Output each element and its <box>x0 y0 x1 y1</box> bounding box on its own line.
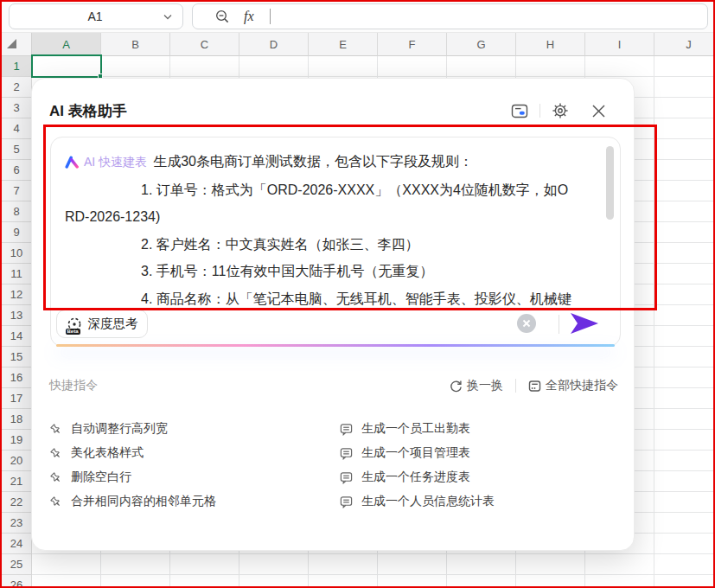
column-header[interactable]: A <box>32 33 101 56</box>
ai-quick-table-tag[interactable]: AI 快速建表 <box>65 155 147 170</box>
chat-bubble-icon <box>340 447 353 460</box>
shortcut-label: 生成一个人员信息统计表 <box>361 494 495 509</box>
shortcut-col-right: 生成一个员工出勤表 生成一个项目管理表 生成一个任务进度表 生成一个人员信息统计… <box>340 417 620 514</box>
prompt-line: 4. 商品名称：从「笔记本电脑、无线耳机、智能手表、投影仪、机械键 <box>65 285 597 313</box>
send-button[interactable] <box>568 310 601 337</box>
shortcut-item-pin[interactable]: 美化表格样式 <box>49 441 329 465</box>
shortcut-label: 生成一个员工出勤表 <box>361 421 470 437</box>
sidebar-toggle-icon[interactable] <box>510 101 529 120</box>
gear-icon[interactable] <box>551 101 570 120</box>
beta-badge: Beta <box>66 329 80 335</box>
selected-cell-a1[interactable] <box>31 54 102 78</box>
ai-assistant-dialog: AI 表格助手 <box>31 78 635 551</box>
row-header[interactable]: 16 <box>2 368 32 388</box>
column-header[interactable]: E <box>309 33 378 56</box>
refresh-icon <box>450 380 463 393</box>
row-header[interactable]: 18 <box>2 409 32 430</box>
row-header[interactable]: 3 <box>2 98 32 118</box>
column-header[interactable]: H <box>516 33 585 56</box>
column-headers: ABCDEFGHIJ <box>32 33 713 56</box>
row-header[interactable]: 10 <box>2 243 32 264</box>
row-header[interactable]: 7 <box>2 181 32 201</box>
pin-icon <box>49 447 62 460</box>
row-header[interactable]: 24 <box>2 534 32 554</box>
row-header[interactable]: 20 <box>2 451 32 471</box>
dialog-title: AI 表格助手 <box>49 101 127 121</box>
column-header[interactable]: I <box>585 33 654 56</box>
row-header[interactable]: 23 <box>2 513 32 534</box>
row-header[interactable]: 26 <box>2 575 32 586</box>
shortcut-label: 生成一个任务进度表 <box>361 470 470 485</box>
deep-think-button[interactable]: Beta 深度思考 <box>56 310 148 338</box>
prompt-scrollbar[interactable] <box>606 146 614 220</box>
row-header[interactable]: 22 <box>2 492 32 513</box>
close-icon[interactable] <box>589 101 608 120</box>
clear-input-button[interactable] <box>517 314 536 333</box>
shortcut-col-left: 自动调整行高列宽 美化表格样式 删除空白行 合并相同内容的相邻单元格 <box>49 417 329 514</box>
row-header[interactable]: 15 <box>2 347 32 368</box>
row-header[interactable]: 25 <box>2 554 32 575</box>
shortcut-item-pin[interactable]: 自动调整行高列宽 <box>49 417 329 441</box>
shortcut-label: 自动调整行高列宽 <box>71 421 168 437</box>
row-header[interactable]: 14 <box>2 326 32 347</box>
row-header[interactable]: 11 <box>2 264 32 284</box>
prompt-line: 2. 客户姓名：中文真实姓名（如张三、李四） <box>65 231 597 259</box>
prompt-text: AI 快速建表 生成30条电商订单测试数据，包含以下字段及规则： 1. 订单号：… <box>65 149 597 312</box>
name-box[interactable]: A1 <box>9 3 183 29</box>
shortcut-item-chat[interactable]: 生成一个人员信息统计表 <box>340 489 620 514</box>
chevron-down-icon[interactable] <box>163 14 172 20</box>
chat-bubble-icon <box>340 423 353 436</box>
formula-input[interactable] <box>271 4 707 29</box>
shortcuts-title: 快捷指令 <box>49 378 98 393</box>
prompt-line: 1. 订单号：格式为「ORD-2026-XXXX」（XXXX为4位随机数字，如O <box>65 176 597 204</box>
row-header[interactable]: 19 <box>2 430 32 451</box>
refresh-shortcuts-button[interactable]: 换一换 <box>450 378 503 393</box>
row-header[interactable]: 13 <box>2 305 32 326</box>
shortcut-item-pin[interactable]: 删除空白行 <box>49 465 329 489</box>
shortcut-item-chat[interactable]: 生成一个员工出勤表 <box>340 417 620 441</box>
row-header[interactable]: 21 <box>2 471 32 492</box>
shortcuts-header: 快捷指令 换一换 全部快捷指令 <box>49 377 618 394</box>
shortcut-item-chat[interactable]: 生成一个项目管理表 <box>340 441 620 465</box>
prompt-intro-line: AI 快速建表 生成30条电商订单测试数据，包含以下字段及规则： <box>65 149 597 176</box>
row-header[interactable]: 17 <box>2 388 32 409</box>
prompt-intro-text: 生成30条电商订单测试数据，包含以下字段及规则： <box>153 153 473 171</box>
atom-icon: Beta <box>67 316 82 332</box>
shortcut-item-pin[interactable]: 合并相同内容的相邻单元格 <box>49 489 329 514</box>
column-header[interactable]: F <box>378 33 447 56</box>
row-header[interactable]: 2 <box>2 77 32 98</box>
ai-logo-icon <box>65 156 80 169</box>
row-header[interactable]: 8 <box>2 201 32 222</box>
row-header[interactable]: 4 <box>2 118 32 139</box>
shortcut-item-chat[interactable]: 生成一个任务进度表 <box>340 465 620 489</box>
prompt-line: RD-2026-1234) <box>65 203 597 231</box>
column-header[interactable]: J <box>654 33 713 56</box>
refresh-label: 换一换 <box>467 378 503 393</box>
prompt-input-area[interactable]: AI 快速建表 生成30条电商订单测试数据，包含以下字段及规则： 1. 订单号：… <box>50 137 621 347</box>
toolbar-divider <box>559 315 559 334</box>
all-shortcuts-label: 全部快捷指令 <box>546 378 618 393</box>
column-header[interactable]: C <box>170 33 239 56</box>
ai-tag-label: AI 快速建表 <box>84 155 147 170</box>
column-header[interactable]: G <box>447 33 516 56</box>
select-all-triangle-icon <box>7 39 16 48</box>
all-shortcuts-icon <box>528 380 541 393</box>
formula-bar: fx <box>192 3 708 29</box>
shortcut-label: 合并相同内容的相邻单元格 <box>71 494 216 509</box>
pin-icon <box>49 471 62 484</box>
row-header[interactable]: 12 <box>2 284 32 305</box>
column-header[interactable]: D <box>239 33 309 56</box>
row-header[interactable]: 1 <box>2 56 32 77</box>
fx-icon[interactable]: fx <box>244 9 254 24</box>
all-shortcuts-button[interactable]: 全部快捷指令 <box>528 378 618 393</box>
row-header[interactable]: 6 <box>2 160 32 181</box>
pin-icon <box>49 423 62 436</box>
dialog-header-icons <box>510 101 608 120</box>
column-header[interactable]: B <box>101 33 170 56</box>
chat-bubble-icon <box>340 471 353 484</box>
row-header[interactable]: 5 <box>2 139 32 160</box>
row-header[interactable]: 9 <box>2 222 32 243</box>
select-all-corner[interactable] <box>2 33 32 56</box>
zoom-out-icon[interactable] <box>215 10 230 24</box>
chat-bubble-icon <box>340 495 353 508</box>
